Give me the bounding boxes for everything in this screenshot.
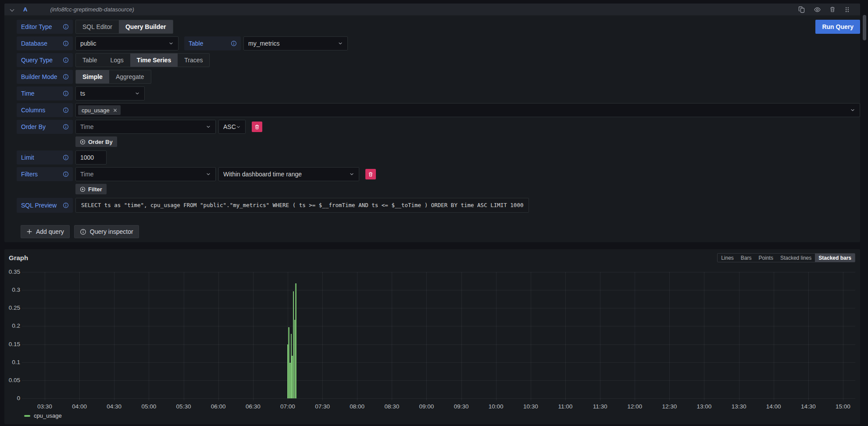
editor-type-option-sql-editor[interactable]: SQL Editor [76,20,119,33]
builder-mode-option-aggregate[interactable]: Aggregate [109,70,151,83]
order-by-field-placeholder: Time [80,123,94,130]
columns-label-box: Columns [17,103,73,117]
page-scrollbar-thumb[interactable] [863,15,866,40]
plus-circle-icon [80,139,86,145]
remove-order-by-button[interactable] [252,122,262,132]
x-axis-tick-label: 08:00 [344,403,370,410]
column-chip[interactable]: cpu_usage [78,105,121,115]
remove-filter-button[interactable] [365,169,376,179]
gridline-vertical [426,272,427,401]
info-icon [63,107,69,113]
database-select[interactable]: public [75,36,179,50]
y-axis-tick-label: 0.1 [4,359,20,365]
info-icon [63,57,69,63]
x-axis-tick-label: 08:30 [379,403,405,410]
sql-preview-label: SQL Preview [21,202,57,209]
info-icon [63,90,69,97]
collapse-chevron-icon[interactable] [10,7,14,12]
query-builder-form: Editor Type SQL EditorQuery Builder Data… [4,15,860,238]
gridline-vertical [565,272,566,401]
gridline-vertical [45,272,45,401]
time-column-select[interactable]: ts [75,86,145,100]
x-axis-tick-label: 14:30 [795,403,822,410]
database-value: public [80,40,96,47]
add-filter-button[interactable]: Filter [75,184,107,194]
filter-condition-select[interactable]: Within dashboard time range [218,167,359,181]
query-inspector-button[interactable]: Query inspector [74,225,139,238]
gridline-vertical [496,272,497,401]
query-inspector-label: Query inspector [90,228,133,235]
order-by-field-select[interactable]: Time [75,120,216,134]
chart-legend[interactable]: cpu_usage [24,412,62,419]
add-query-button[interactable]: Add query [21,225,70,238]
database-label: Database [21,40,47,47]
editor-type-option-query-builder[interactable]: Query Builder [119,20,173,33]
remove-column-icon[interactable] [113,108,117,112]
time-label-box: Time [17,86,73,100]
info-icon [63,171,69,177]
x-axis-tick-label: 11:00 [552,403,579,410]
sql-preview-row: SQL Preview SELECT ts as "time", cpu_usa… [17,198,860,213]
x-axis-tick-label: 09:30 [448,403,475,410]
table-label-box: Table [184,36,241,50]
builder-mode-group: SimpleAggregate [75,70,151,84]
duplicate-query-button[interactable] [798,6,805,13]
copy-icon [798,6,805,13]
remove-query-button[interactable] [829,6,836,13]
limit-input[interactable]: 1000 [75,150,107,165]
editor-type-label-box: Editor Type [17,20,73,34]
x-axis-tick-label: 07:00 [275,403,301,410]
time-series-chart: 00.050.10.150.20.250.30.3503:3004:0004:3… [4,249,860,424]
builder-mode-option-simple[interactable]: Simple [76,70,109,83]
filter-field-select[interactable]: Time [75,167,216,181]
order-by-direction-select[interactable]: ASC [218,120,246,134]
query-type-label: Query Type [21,57,53,64]
chevron-down-icon[interactable] [850,107,855,113]
query-type-option-traces[interactable]: Traces [178,54,209,67]
query-type-option-table[interactable]: Table [76,54,104,67]
drag-handle[interactable] [844,6,850,13]
gridline-vertical [704,272,704,401]
x-axis-tick-label: 11:30 [587,403,613,410]
series-bar[interactable] [295,283,296,398]
datasource-name: (info8fcc-greptimedb-datasource) [50,6,134,13]
trash-icon [829,6,836,13]
info-icon [63,40,69,47]
query-type-option-logs[interactable]: Logs [104,54,130,67]
chevron-down-icon [206,124,211,129]
filters-row: Filters Time Within dashboard time range [17,167,860,181]
gridline-vertical [808,272,809,401]
query-type-option-time-series[interactable]: Time Series [130,54,178,67]
hide-response-button[interactable] [814,6,821,13]
order-by-label-box: Order By [17,120,73,134]
y-axis-tick-label: 0.35 [4,268,20,275]
gridline-horizontal [22,398,855,399]
x-axis-tick-label: 13:30 [726,403,752,410]
x-axis-tick-label: 03:30 [32,403,58,410]
gridline-vertical [669,272,670,401]
legend-series-swatch [24,415,30,417]
columns-multiselect[interactable]: cpu_usage [75,103,860,117]
gridline-vertical [739,272,739,401]
gridline-vertical [392,272,392,401]
chevron-down-icon [168,41,174,46]
table-select[interactable]: my_metrics [243,36,348,50]
query-editor-card: A (info8fcc-greptimedb-datasource) Run Q… [4,4,860,242]
x-axis-tick-label: 14:00 [761,403,787,410]
database-table-row: Database public Table my_metrics [17,36,860,50]
add-order-by-button[interactable]: Order By [75,136,117,147]
table-value: my_metrics [248,40,280,47]
order-by-direction-value: ASC [223,123,236,130]
query-row-actions [798,6,854,13]
query-row-header[interactable]: A (info8fcc-greptimedb-datasource) [4,4,860,15]
add-filter-row: Filter [75,184,860,194]
limit-row: Limit 1000 [17,150,860,165]
filters-label: Filters [21,171,38,178]
gridline-vertical [218,272,219,401]
y-axis-tick-label: 0.25 [4,304,20,311]
legend-series-label[interactable]: cpu_usage [34,412,62,419]
gridline-vertical [600,272,600,401]
gridline-horizontal [22,326,855,326]
editor-type-label: Editor Type [21,23,52,30]
gridline-vertical [461,272,462,401]
